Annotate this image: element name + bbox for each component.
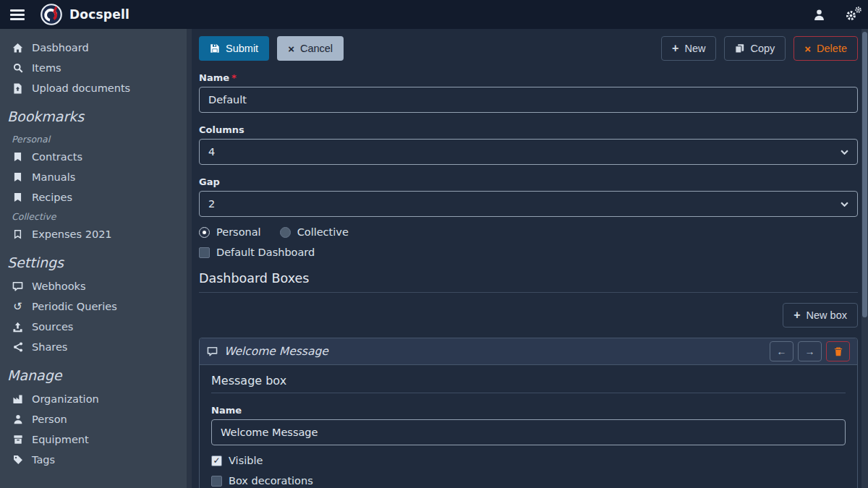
sidebar-item-label: Expenses 2021 (32, 228, 112, 240)
topbar: Docspell (0, 0, 868, 29)
columns-select[interactable]: 4 (199, 139, 858, 165)
sidebar-item-dashboard[interactable]: Dasbhoard (0, 38, 192, 58)
save-icon (210, 43, 220, 53)
radio-unselected-icon (280, 227, 291, 238)
delete-button[interactable]: × Delete (793, 36, 858, 61)
sidebar: Dasbhoard Items Upload documents Bookmar… (0, 29, 192, 488)
box-decorations-label: Box decorations (229, 475, 313, 487)
arrow-left-icon: ← (777, 346, 787, 357)
trash-icon (834, 347, 843, 356)
user-account-icon[interactable] (813, 9, 825, 21)
columns-label: Columns (199, 124, 858, 135)
sidebar-item-sources[interactable]: Sources (0, 317, 192, 337)
scope-collective-radio[interactable]: Collective (280, 226, 349, 238)
sidebar-item-label: Person (32, 414, 67, 425)
sidebar-item-webhooks[interactable]: Webhooks (0, 276, 192, 296)
visible-checkbox[interactable]: ✓ Visible (211, 455, 846, 466)
sidebar-item-tags[interactable]: Tags (0, 450, 192, 470)
name-label: Name* (199, 72, 858, 83)
sidebar-section-manage: Manage (0, 357, 192, 389)
close-icon: × (288, 43, 294, 55)
main-scrollbar[interactable] (861, 29, 868, 488)
box-decorations-checkbox[interactable]: Box decorations (211, 475, 846, 487)
sidebar-item-person[interactable]: Person (0, 409, 192, 429)
sidebar-item-shares[interactable]: Shares (0, 337, 192, 357)
new-box-button[interactable]: + New box (783, 303, 858, 328)
sidebar-item-label: Recipes (32, 192, 72, 203)
sidebar-item-equipment[interactable]: Equipment (0, 429, 192, 450)
comment-icon (12, 281, 24, 291)
dashboard-boxes-heading: Dashboard Boxes (199, 271, 858, 293)
radio-collective-label: Collective (297, 226, 349, 238)
sidebar-item-label: Equipment (32, 434, 89, 445)
box-name-input[interactable] (211, 419, 846, 445)
app-title: Docspell (69, 7, 129, 22)
search-icon (12, 63, 24, 73)
gap-select[interactable]: 2 (199, 191, 858, 217)
bookmarks-group-personal-label: Personal (0, 130, 192, 147)
docspell-logo-icon (41, 4, 62, 25)
upload-icon (12, 322, 24, 333)
visible-label: Visible (229, 455, 263, 466)
sidebar-item-label: Shares (32, 341, 67, 353)
new-label: New (684, 43, 705, 54)
sidebar-item-contracts[interactable]: Contracts (0, 147, 192, 167)
gap-label: Gap (199, 176, 858, 187)
copy-button[interactable]: Copy (724, 36, 786, 61)
sidebar-item-recipes[interactable]: Recipes (0, 187, 192, 207)
share-nodes-icon (12, 342, 24, 352)
bookmark-icon (12, 152, 24, 162)
sidebar-item-label: Upload documents (32, 82, 130, 94)
delete-box-button[interactable] (826, 341, 850, 361)
chevron-down-icon (841, 202, 848, 207)
scrollbar-thumb[interactable] (862, 32, 867, 317)
sidebar-section-bookmarks: Bookmarks (0, 98, 192, 130)
dashboard-edit-form: Submit × Cancel + New Copy × Dele (192, 29, 868, 488)
checkbox-unchecked-icon (211, 476, 222, 487)
columns-value: 4 (208, 146, 215, 158)
home-icon (12, 43, 24, 53)
sidebar-item-items[interactable]: Items (0, 58, 192, 78)
box-name-label: Name (211, 405, 846, 416)
default-dashboard-label: Default Dashboard (216, 247, 315, 258)
submit-button[interactable]: Submit (199, 36, 269, 61)
settings-cogs-icon[interactable] (846, 9, 858, 21)
sidebar-item-expenses-2021[interactable]: Expenses 2021 (0, 224, 192, 244)
sidebar-item-periodic-queries[interactable]: ↺ Periodic Queries (0, 296, 192, 317)
arrow-right-icon: → (805, 346, 815, 357)
sidebar-scrollbar[interactable] (187, 29, 192, 488)
chevron-down-icon (841, 150, 848, 155)
hamburger-menu-icon[interactable] (10, 9, 25, 20)
new-box-label: New box (807, 309, 847, 321)
sidebar-item-upload-documents[interactable]: Upload documents (0, 78, 192, 98)
radio-personal-label: Personal (216, 226, 261, 238)
cancel-button[interactable]: × Cancel (277, 36, 344, 61)
sidebar-item-organization[interactable]: Organization (0, 389, 192, 409)
copy-icon (735, 43, 744, 53)
tags-icon (12, 455, 24, 465)
sidebar-item-label: Organization (32, 393, 99, 405)
close-icon: × (804, 43, 811, 55)
default-dashboard-checkbox[interactable]: Default Dashboard (199, 247, 858, 258)
sidebar-item-label: Dasbhoard (32, 42, 89, 53)
file-upload-icon (12, 83, 24, 94)
name-input[interactable] (199, 87, 858, 113)
checkbox-checked-icon: ✓ (211, 455, 222, 466)
move-box-right-button[interactable]: → (798, 341, 822, 361)
new-button[interactable]: + New (661, 36, 716, 61)
box-panel-header: Welcome Message ← → (200, 338, 857, 365)
box-type-heading: Message box (211, 374, 846, 393)
gap-value: 2 (208, 198, 215, 210)
scope-personal-radio[interactable]: Personal (199, 226, 261, 238)
bookmark-outline-icon (12, 229, 24, 239)
checkbox-unchecked-icon (199, 247, 210, 258)
dashboard-box-panel: Welcome Message ← → Message box Name ✓ V… (199, 338, 858, 488)
sidebar-item-label: Manuals (32, 171, 75, 183)
required-asterisk: * (231, 72, 237, 83)
move-box-left-button[interactable]: ← (770, 341, 793, 361)
bookmark-icon (12, 192, 24, 202)
sidebar-item-manuals[interactable]: Manuals (0, 167, 192, 187)
sidebar-item-label: Periodic Queries (32, 301, 117, 312)
box-title: Welcome Message (224, 345, 328, 358)
plus-icon: + (793, 309, 800, 322)
